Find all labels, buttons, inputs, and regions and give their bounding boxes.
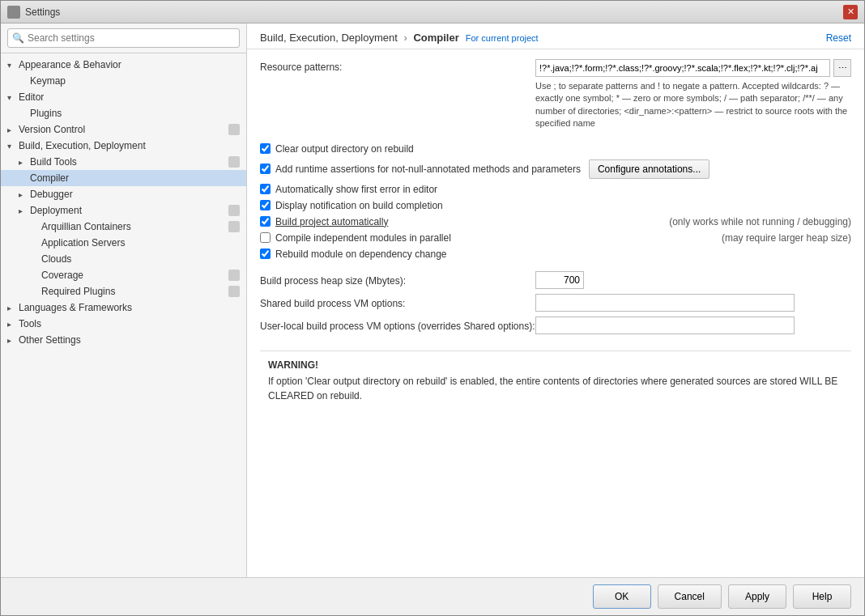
- add-runtime-checkbox[interactable]: [260, 164, 271, 174]
- build-auto-row: Build project automatically (only works …: [260, 216, 851, 227]
- sidebar-item-label: Build, Execution, Deployment: [19, 140, 240, 151]
- warning-title: WARNING!: [268, 359, 843, 371]
- sidebar-item-label: Coverage: [41, 270, 227, 281]
- search-input[interactable]: [7, 28, 240, 48]
- main-panel: Build, Execution, Deployment › Compiler …: [247, 23, 864, 577]
- sidebar-item-tools[interactable]: ▸ Tools: [1, 316, 246, 332]
- add-runtime-label: Add runtime assertions for not-null-anno…: [275, 164, 581, 175]
- sidebar-item-appearance[interactable]: ▾ Appearance & Behavior: [1, 57, 246, 73]
- compile-parallel-label: Compile independent modules in parallel: [275, 232, 451, 244]
- sidebar: 🔍 ▾ Appearance & Behavior Keymap ▾ Edit: [1, 23, 247, 577]
- help-button[interactable]: Help: [793, 584, 851, 609]
- auto-show-error-label: Automatically show first error in editor: [275, 184, 437, 195]
- breadcrumb: Build, Execution, Deployment › Compiler: [260, 32, 459, 44]
- sidebar-item-label: Appearance & Behavior: [19, 59, 240, 70]
- arrow-icon: ▾: [7, 142, 19, 151]
- shared-vm-row: Shared build process VM options:: [260, 294, 851, 312]
- badge-icon: [228, 286, 240, 297]
- sidebar-item-version-control[interactable]: ▸ Version Control: [1, 121, 246, 138]
- warning-text: If option 'Clear output directory on reb…: [268, 374, 843, 403]
- window-title: Settings: [25, 6, 843, 18]
- configure-annotations-button[interactable]: Configure annotations...: [589, 159, 709, 179]
- compile-parallel-checkbox[interactable]: [260, 232, 271, 243]
- ok-button[interactable]: OK: [593, 584, 651, 609]
- breadcrumb-separator: ›: [403, 32, 407, 44]
- resource-patterns-row: Resource patterns: ⋯ Use ; to separate p…: [260, 59, 851, 130]
- sidebar-item-arquillian[interactable]: Arquillian Containers: [1, 219, 246, 235]
- badge-icon: [228, 270, 240, 281]
- user-vm-row: User-local build process VM options (ove…: [260, 316, 851, 334]
- main-content: Resource patterns: ⋯ Use ; to separate p…: [247, 49, 864, 577]
- sidebar-item-compiler[interactable]: Compiler: [1, 170, 246, 186]
- rebuild-dependency-checkbox[interactable]: [260, 249, 271, 259]
- browse-button[interactable]: ⋯: [833, 59, 851, 77]
- sidebar-item-editor[interactable]: ▾ Editor: [1, 89, 246, 105]
- display-notification-checkbox[interactable]: [260, 200, 271, 210]
- resource-patterns-input[interactable]: [535, 59, 830, 77]
- compile-parallel-note: (may require larger heap size): [722, 232, 851, 244]
- reset-link[interactable]: Reset: [826, 32, 851, 44]
- sidebar-item-label: Editor: [19, 91, 240, 103]
- sidebar-item-label: Debugger: [30, 189, 240, 200]
- sidebar-item-languages[interactable]: ▸ Languages & Frameworks: [1, 300, 246, 316]
- sidebar-item-debugger[interactable]: ▸ Debugger: [1, 186, 246, 202]
- search-icon: 🔍: [12, 32, 24, 44]
- sidebar-item-clouds[interactable]: Clouds: [1, 251, 246, 267]
- sidebar-item-plugins[interactable]: Plugins: [1, 105, 246, 121]
- sidebar-tree: ▾ Appearance & Behavior Keymap ▾ Editor …: [1, 53, 246, 577]
- sidebar-item-label: Languages & Frameworks: [19, 302, 240, 313]
- add-runtime-row: Add runtime assertions for not-null-anno…: [260, 159, 851, 179]
- shared-vm-label: Shared build process VM options:: [260, 295, 535, 309]
- display-notification-row: Display notification on build completion: [260, 200, 851, 211]
- titlebar: Settings ✕: [1, 1, 864, 23]
- sidebar-item-coverage[interactable]: Coverage: [1, 267, 246, 283]
- breadcrumb-current: Compiler: [413, 32, 458, 44]
- user-vm-input[interactable]: [535, 316, 795, 334]
- search-box: 🔍: [1, 23, 246, 53]
- sidebar-item-build-tools[interactable]: ▸ Build Tools: [1, 154, 246, 170]
- arrow-icon: ▸: [7, 336, 19, 345]
- arrow-icon: ▸: [7, 320, 19, 329]
- apply-button[interactable]: Apply: [728, 584, 786, 609]
- badge-icon: [228, 221, 240, 232]
- sidebar-item-other-settings[interactable]: ▸ Other Settings: [1, 332, 246, 348]
- shared-vm-input[interactable]: [535, 294, 795, 312]
- display-notification-label: Display notification on build completion: [275, 200, 443, 211]
- user-vm-label: User-local build process VM options (ove…: [260, 318, 535, 332]
- arrow-icon: ▸: [7, 125, 19, 134]
- sidebar-item-label: Other Settings: [19, 334, 240, 346]
- arrow-icon: ▾: [7, 61, 19, 70]
- heap-size-input[interactable]: [535, 271, 584, 289]
- arrow-icon: ▸: [19, 190, 30, 199]
- warning-box: WARNING! If option 'Clear output directo…: [260, 350, 851, 411]
- sidebar-item-label: Required Plugins: [41, 286, 227, 297]
- for-project-label: For current project: [466, 33, 539, 43]
- sidebar-item-label: Arquillian Containers: [41, 221, 227, 232]
- arrow-icon: ▾: [7, 93, 19, 102]
- sidebar-item-label: Application Servers: [41, 237, 240, 249]
- compile-parallel-row: Compile independent modules in parallel …: [260, 232, 851, 244]
- sidebar-item-keymap[interactable]: Keymap: [1, 73, 246, 89]
- sidebar-item-required-plugins[interactable]: Required Plugins: [1, 283, 246, 300]
- settings-window: Settings ✕ 🔍 ▾ Appearance & Behavior Key: [0, 0, 865, 616]
- badge-icon: [228, 156, 240, 168]
- clear-output-checkbox[interactable]: [260, 143, 271, 154]
- close-button[interactable]: ✕: [843, 5, 858, 19]
- sidebar-item-label: Deployment: [30, 205, 227, 216]
- arrow-icon: ▸: [7, 304, 19, 312]
- resource-patterns-label: Resource patterns:: [260, 59, 535, 73]
- sidebar-item-app-servers[interactable]: Application Servers: [1, 235, 246, 251]
- badge-icon: [228, 205, 240, 216]
- auto-show-error-checkbox[interactable]: [260, 184, 271, 194]
- sidebar-item-label: Compiler: [30, 172, 240, 184]
- sidebar-item-build-execution[interactable]: ▾ Build, Execution, Deployment: [1, 138, 246, 154]
- cancel-button[interactable]: Cancel: [658, 584, 722, 609]
- heap-size-row: Build process heap size (Mbytes):: [260, 271, 851, 289]
- footer: OK Cancel Apply Help: [1, 577, 864, 615]
- clear-output-row: Clear output directory on rebuild: [260, 143, 851, 155]
- sidebar-item-label: Tools: [19, 318, 240, 329]
- sidebar-item-deployment[interactable]: ▸ Deployment: [1, 202, 246, 219]
- build-auto-checkbox[interactable]: [260, 216, 271, 227]
- sidebar-item-label: Clouds: [41, 253, 240, 265]
- main-header: Build, Execution, Deployment › Compiler …: [247, 23, 864, 49]
